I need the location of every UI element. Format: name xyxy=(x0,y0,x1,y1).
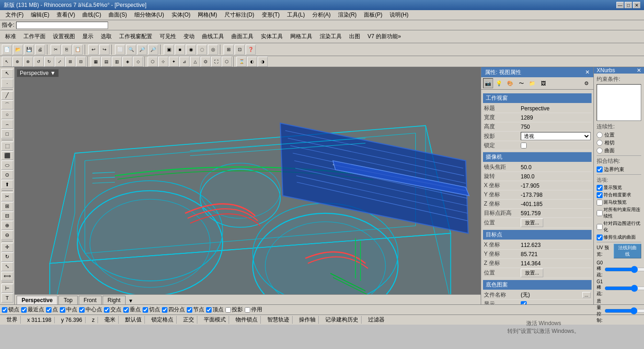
xn-g1-slider[interactable] xyxy=(604,285,644,292)
lt-split[interactable]: ⊟ xyxy=(1,212,13,221)
pi-light-btn[interactable]: 💡 xyxy=(494,78,504,88)
menu-transform[interactable]: 变形(T) xyxy=(258,10,283,20)
tb-s13[interactable]: ◇ xyxy=(133,57,143,67)
xn-preview-check[interactable] xyxy=(597,185,603,191)
lt-move[interactable]: ✛ xyxy=(1,243,13,252)
tb-redo[interactable]: ↪ xyxy=(99,45,109,55)
pi-camera-btn[interactable]: 📷 xyxy=(483,78,493,88)
tb-cut[interactable]: ✂ xyxy=(51,45,61,55)
prop-tpos-btn[interactable]: 放置... xyxy=(521,269,543,277)
menu-dim[interactable]: 尺寸标注(D) xyxy=(221,10,258,20)
xn-trim-check[interactable] xyxy=(597,235,603,240)
tb-s14[interactable]: ⬡ xyxy=(148,57,158,67)
section-background[interactable]: 底色图案 xyxy=(483,280,592,290)
menu-file[interactable]: 文件(F) xyxy=(2,10,27,20)
xn-quality-slider[interactable] xyxy=(604,308,644,314)
menu-surface[interactable]: 曲面(S) xyxy=(105,10,131,20)
xn-zebra-check[interactable] xyxy=(597,200,603,206)
tb-tab-standard[interactable]: 标准 xyxy=(2,31,19,42)
prop-lock-check[interactable] xyxy=(521,143,527,149)
tb-s11[interactable]: ▥ xyxy=(112,57,122,67)
tb-layer[interactable]: ⊞ xyxy=(224,45,234,55)
tb-print[interactable]: 🖨 xyxy=(35,45,45,55)
viewport-label[interactable]: Perspective ▼ xyxy=(17,69,59,77)
tb-wireframe[interactable]: ▣ xyxy=(164,45,174,55)
lt-dim[interactable]: ⊢ xyxy=(1,284,13,293)
lt-loft[interactable]: ⬛ xyxy=(1,151,13,160)
tb-s19[interactable]: ⏣ xyxy=(201,57,211,67)
lt-scale[interactable]: ⤡ xyxy=(1,262,13,271)
lt-surface[interactable]: ⬚ xyxy=(1,142,13,151)
tb-tab-surface-tools[interactable]: 曲面工具 xyxy=(228,31,257,42)
snap-disable-check[interactable] xyxy=(245,307,250,313)
tb-s16[interactable]: ✦ xyxy=(169,57,179,67)
tb-tab-v7-new[interactable]: V7 的新功能» xyxy=(364,31,404,42)
snap-quadrant-check[interactable] xyxy=(162,307,167,313)
xn-radio-curvature[interactable] xyxy=(597,148,603,154)
tb-zoom-out[interactable]: 🔎 xyxy=(148,45,158,55)
menu-analyze[interactable]: 分析(A) xyxy=(309,10,334,20)
snap-center-check[interactable] xyxy=(79,307,85,313)
lt-line[interactable]: ╱ xyxy=(1,91,13,100)
pi-settings-btn[interactable]: ⚙ xyxy=(581,78,592,88)
lt-extrude[interactable]: ⬆ xyxy=(1,180,13,189)
tb-ghosted[interactable]: ◌ xyxy=(197,45,207,55)
tb-tab-curve-tools[interactable]: 曲线工具 xyxy=(199,31,227,42)
lt-arc[interactable]: ⌢ xyxy=(1,120,13,129)
prop-display-check[interactable] xyxy=(521,301,527,304)
tb-zoom-extent[interactable]: 🔍 xyxy=(126,45,136,55)
tb-rendered[interactable]: ◉ xyxy=(186,45,196,55)
tb-s3[interactable]: ⊗ xyxy=(23,57,33,67)
tb-props[interactable]: ⊡ xyxy=(235,45,245,55)
snap-intersect-check[interactable] xyxy=(104,307,109,313)
viewport-add-icon[interactable]: ▼ xyxy=(126,297,135,304)
pi-file-btn[interactable]: 📁 xyxy=(527,78,537,88)
lt-boolean-diff[interactable]: ⊖ xyxy=(1,230,13,240)
tb-tab-workplane[interactable]: 工作平面 xyxy=(20,31,49,42)
section-viewport[interactable]: 工作视窗 xyxy=(483,93,592,103)
vp-tab-right[interactable]: Right xyxy=(103,296,126,304)
menu-subdivide[interactable]: 细分物体(U) xyxy=(131,10,168,20)
xn-radio-position[interactable] xyxy=(597,132,603,138)
lt-boolean-union[interactable]: ⊕ xyxy=(1,221,13,230)
snap-perp-check[interactable] xyxy=(123,307,129,313)
command-input[interactable] xyxy=(16,22,108,29)
xn-allapply-check[interactable] xyxy=(597,210,603,216)
tb-tab-render-tools[interactable]: 渲染工具 xyxy=(316,31,345,42)
snap-knot-check[interactable] xyxy=(187,307,192,313)
menu-curve[interactable]: 曲线(C) xyxy=(79,10,105,20)
tb-s24[interactable]: ◑ xyxy=(258,57,268,67)
menu-panel[interactable]: 面板(P) xyxy=(360,10,386,20)
tb-tab-solid-tools[interactable]: 实体工具 xyxy=(258,31,286,42)
tb-paste[interactable]: 📋 xyxy=(73,45,83,55)
tb-s1[interactable]: ↖ xyxy=(2,57,12,67)
section-camera[interactable]: 摄像机 xyxy=(483,152,592,162)
lt-mirror[interactable]: ⟺ xyxy=(1,272,13,281)
xn-radio-tangent[interactable] xyxy=(597,140,603,146)
tb-s8[interactable]: ⊟ xyxy=(76,57,86,67)
snap-point-check[interactable] xyxy=(46,307,52,313)
tb-s23[interactable]: ◐ xyxy=(247,57,257,67)
status-osnap[interactable]: 物件锁点 xyxy=(233,316,261,324)
tb-tab-transform[interactable]: 变动 xyxy=(180,31,198,42)
tb-tab-print[interactable]: 出图 xyxy=(346,31,363,42)
tb-s9[interactable]: ▦ xyxy=(91,57,101,67)
snap-tangent-check[interactable] xyxy=(143,307,148,313)
section-target[interactable]: 目标点 xyxy=(483,230,592,240)
xn-uv-btn[interactable]: 法线到曲线 xyxy=(614,244,641,258)
status-history[interactable]: 记录建构历史 xyxy=(322,316,362,324)
lt-trim[interactable]: ✂ xyxy=(1,192,13,201)
tb-s10[interactable]: ▤ xyxy=(101,57,111,67)
tb-s7[interactable]: ⊞ xyxy=(65,57,75,67)
tb-zoom-in[interactable]: 🔎 xyxy=(137,45,147,55)
menu-help[interactable]: 说明(H) xyxy=(386,10,412,20)
tb-copy[interactable]: ⎘ xyxy=(62,45,72,55)
tb-s22[interactable]: ⌛ xyxy=(236,57,247,67)
tb-s15[interactable]: ⊹ xyxy=(158,57,168,67)
status-ortho[interactable]: 正交 xyxy=(180,316,197,324)
snap-project-check[interactable] xyxy=(225,307,231,313)
vp-tab-top[interactable]: Top xyxy=(58,296,77,304)
tb-tab-display[interactable]: 显示 xyxy=(79,31,97,42)
tb-s12[interactable]: ◈ xyxy=(122,57,132,67)
xn-g0-slider[interactable] xyxy=(604,266,644,273)
